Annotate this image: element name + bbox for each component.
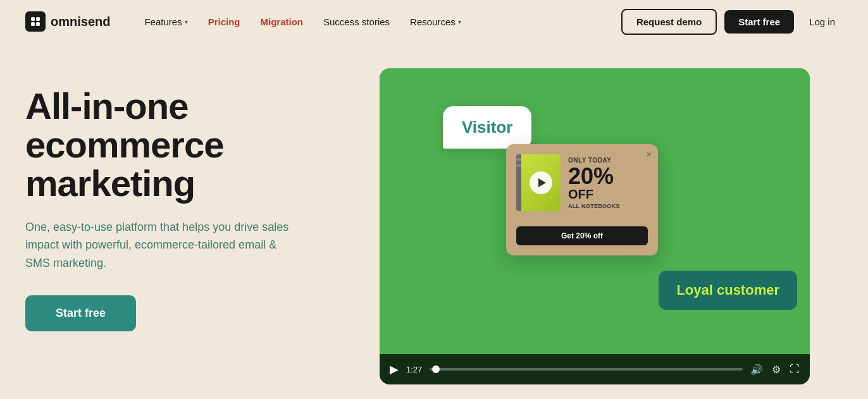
popup-close-icon[interactable]: × bbox=[647, 149, 652, 159]
hero-subtitle: One, easy-to-use platform that helps you… bbox=[25, 218, 304, 273]
svg-rect-3 bbox=[36, 22, 40, 26]
popup-only-today: ONLY TODAY bbox=[568, 157, 620, 164]
nav-success-stories[interactable]: Success stories bbox=[314, 11, 399, 32]
popup-discount: 20% bbox=[568, 165, 620, 188]
hero-right: Visitor × ONLY TODAY 20% OFF ALL NOTEBOO… bbox=[380, 62, 843, 384]
video-controls: ▶ 1:27 🔊 ⚙ ⛶ bbox=[380, 354, 810, 384]
nav-features[interactable]: Features ▾ bbox=[135, 11, 196, 32]
logo-icon bbox=[25, 11, 46, 32]
popup-cta-button[interactable]: Get 20% off bbox=[516, 226, 648, 245]
settings-icon[interactable]: ⚙ bbox=[772, 364, 781, 376]
video-player[interactable]: Visitor × ONLY TODAY 20% OFF ALL NOTEBOO… bbox=[380, 68, 810, 384]
video-progress-handle[interactable] bbox=[432, 365, 440, 373]
nav-migration[interactable]: Migration bbox=[252, 11, 313, 32]
nav-links: Features ▾ Pricing Migration Success sto… bbox=[135, 11, 621, 32]
popup-product: ALL NOTEBOOKS bbox=[568, 203, 620, 209]
volume-icon[interactable]: 🔊 bbox=[750, 364, 763, 376]
request-demo-button[interactable]: Request demo bbox=[621, 9, 717, 35]
video-control-icons: 🔊 ⚙ ⛶ bbox=[750, 364, 800, 376]
logo[interactable]: omnisend bbox=[25, 11, 110, 32]
popup-card: × ONLY TODAY 20% OFF ALL NOTEBOOKS Get 2… bbox=[506, 144, 658, 255]
features-chevron-icon: ▾ bbox=[185, 18, 188, 25]
login-button[interactable]: Log in bbox=[802, 10, 843, 34]
logo-text: omnisend bbox=[51, 15, 110, 29]
resources-chevron-icon: ▾ bbox=[458, 18, 461, 25]
visitor-bubble: Visitor bbox=[443, 106, 531, 149]
navbar: omnisend Features ▾ Pricing Migration Su… bbox=[0, 0, 868, 43]
notebook-image bbox=[516, 154, 561, 211]
video-timestamp: 1:27 bbox=[406, 365, 422, 374]
popup-content: ONLY TODAY 20% OFF ALL NOTEBOOKS bbox=[506, 144, 658, 221]
hero-left: All-in-one ecommerce marketing One, easy… bbox=[25, 62, 354, 331]
fullscreen-icon[interactable]: ⛶ bbox=[790, 364, 800, 376]
popup-off: OFF bbox=[568, 188, 620, 200]
svg-rect-2 bbox=[31, 22, 35, 26]
svg-rect-0 bbox=[31, 17, 35, 21]
nav-resources[interactable]: Resources ▾ bbox=[401, 11, 470, 32]
video-scene: Visitor × ONLY TODAY 20% OFF ALL NOTEBOO… bbox=[380, 68, 810, 354]
nav-pricing[interactable]: Pricing bbox=[199, 11, 249, 32]
hero-title: All-in-one ecommerce marketing bbox=[25, 87, 354, 203]
play-icon bbox=[530, 171, 552, 194]
start-free-button-nav[interactable]: Start free bbox=[724, 10, 794, 34]
visitor-label: Visitor bbox=[462, 118, 512, 137]
loyal-customer-tag: Loyal customer bbox=[659, 271, 797, 310]
hero-section: All-in-one ecommerce marketing One, easy… bbox=[0, 43, 868, 399]
play-button[interactable]: ▶ bbox=[390, 362, 399, 376]
video-progress-bar[interactable] bbox=[430, 368, 743, 371]
popup-text: ONLY TODAY 20% OFF ALL NOTEBOOKS bbox=[568, 157, 620, 209]
svg-rect-1 bbox=[36, 17, 40, 21]
nav-actions: Request demo Start free Log in bbox=[621, 9, 843, 35]
start-free-button-hero[interactable]: Start free bbox=[25, 295, 136, 331]
